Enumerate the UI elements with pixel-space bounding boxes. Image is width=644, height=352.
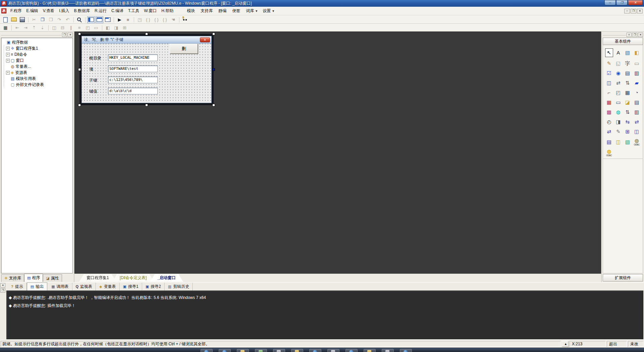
server-socket[interactable]: ⇄ (633, 119, 641, 125)
menu-item[interactable]: R.运行 (92, 7, 109, 15)
menu-item[interactable]: 设置▼ (260, 7, 277, 15)
panel-restore-button[interactable]: ❐ (632, 33, 637, 37)
taskbar-app[interactable] (345, 349, 358, 352)
text-field[interactable]: SOFTWARE\test (108, 65, 158, 72)
radio-button[interactable]: ◉ (614, 70, 622, 77)
menu-item[interactable]: E.编辑 (24, 7, 40, 15)
same-height[interactable]: ≡ (75, 25, 83, 31)
document-tab[interactable]: 窗口程序集1 (79, 274, 116, 282)
smart-find[interactable] (181, 16, 189, 23)
combo-box[interactable]: ▥ (633, 70, 641, 77)
separator[interactable] (132, 16, 135, 23)
step-out[interactable]: { } (161, 16, 169, 23)
taskbar-app[interactable] (327, 349, 339, 352)
pause[interactable]: ☚ (169, 16, 177, 23)
output-tab[interactable]: ▤ 输出 (27, 282, 47, 291)
h-scrollbar[interactable]: ⇄ (614, 80, 622, 86)
left-panel-tab[interactable]: ◪ 属性 (43, 274, 62, 282)
output-tab[interactable]: ▥ 剪辑历史 (165, 283, 193, 291)
odbc-source[interactable]: ◍ ODBC (605, 149, 613, 157)
undo[interactable]: ↶ (64, 16, 71, 23)
taskbar-app[interactable] (219, 349, 231, 352)
center-vertical[interactable]: ⊟ (59, 25, 66, 31)
save-file[interactable] (18, 16, 26, 23)
bring-to-front[interactable]: ◧ (104, 25, 112, 31)
document-tab[interactable]: _启动窗口 (150, 274, 183, 282)
text-field[interactable]: d:\a\b\c\d (108, 88, 158, 94)
tree-item[interactable]: ▣ 程序数据 (2, 39, 72, 45)
open-file[interactable] (10, 16, 18, 23)
panel-grab-bar[interactable] (603, 34, 626, 35)
pen-input[interactable]: ✎ (614, 128, 622, 135)
selection-handle[interactable] (78, 33, 81, 35)
taskbar-app[interactable] (291, 349, 303, 352)
ruler[interactable]: ⌐ (605, 89, 613, 96)
close-button[interactable]: ✕ (628, 0, 643, 5)
database-list[interactable]: ◫ (614, 138, 622, 146)
tree-item[interactable]: ◍ 常量表... (2, 63, 72, 70)
separator[interactable] (10, 25, 13, 31)
menu-item[interactable]: V.查看 (41, 7, 57, 15)
taskbar-app[interactable] (309, 349, 321, 352)
progress-bar[interactable]: ▰ (633, 80, 641, 86)
clock[interactable]: ◴ (605, 119, 613, 125)
tree-item[interactable]: + ▢ 窗口 (2, 57, 72, 63)
dir-browser[interactable]: ◪ (624, 99, 632, 106)
dialog-close-button[interactable]: ✕ (200, 37, 210, 42)
timer[interactable]: ◔ (633, 89, 641, 96)
tree-expand-box[interactable]: + (6, 71, 10, 75)
internet-box[interactable]: ◍ (614, 109, 622, 116)
align-top[interactable]: ⇡ (30, 25, 38, 31)
debug-window[interactable]: ◳ (136, 16, 144, 23)
align-left[interactable]: ⇤ (13, 25, 21, 31)
taskbar-app[interactable] (400, 349, 412, 352)
group-list[interactable]: ◫ (605, 80, 613, 86)
tree-expand-box[interactable]: + (6, 53, 10, 56)
output-restore-button[interactable]: ❐ (0, 288, 5, 293)
mdi-minimize-button[interactable]: ─ (624, 9, 630, 13)
minimize-button[interactable]: ─ (604, 0, 616, 5)
taskbar-app[interactable] (382, 349, 394, 352)
menu-item[interactable]: H.帮助 (159, 7, 176, 15)
separator[interactable] (47, 25, 50, 31)
tree-item[interactable]: + ◈ 资源表 (2, 70, 72, 76)
checkbox[interactable]: ☑ (605, 70, 613, 77)
month-calendar[interactable]: ▦ (605, 99, 613, 106)
client-socket[interactable]: ⇆ (624, 119, 632, 125)
basic-components-button[interactable]: 基本组件 (603, 38, 643, 45)
report-list[interactable]: ◫ (633, 128, 641, 135)
layout-split[interactable] (104, 16, 112, 23)
panel-restore-button[interactable]: ❐ (62, 33, 67, 37)
space-vertical[interactable]: ▭ (92, 25, 100, 31)
paste[interactable]: ❒ (47, 16, 55, 23)
panel-box[interactable]: ▭ (633, 60, 641, 67)
taskbar-app[interactable] (201, 349, 213, 352)
tree-expand-box[interactable]: + (6, 59, 10, 62)
output-tab[interactable]: ▣ 搜寻1 (120, 283, 142, 291)
menu-item[interactable]: 模块 (184, 7, 198, 15)
tab-control[interactable]: ◰ (614, 89, 622, 96)
odbc-pair[interactable]: ◍ ODBC (633, 138, 641, 146)
selection-handle[interactable] (212, 104, 215, 106)
tree-item[interactable]: + ❖ 窗口程序集1 (2, 45, 72, 51)
mdi-close-button[interactable]: ✕ (637, 9, 643, 13)
layout-top[interactable] (96, 16, 103, 23)
tree-item[interactable]: ▤ 模块引用表 (2, 76, 72, 82)
tree-expand-box[interactable]: + (6, 47, 10, 50)
tree-item[interactable]: + ≡ Dll命令 (2, 51, 72, 57)
animation-box[interactable]: ▦ (624, 89, 632, 96)
find[interactable] (75, 16, 83, 23)
menu-item[interactable]: I.插入 (57, 7, 72, 15)
step-over[interactable]: { } (153, 16, 160, 23)
printer[interactable]: ◨ (614, 119, 622, 125)
rich-edit[interactable]: ✎ (605, 60, 613, 67)
tip-scroll-up-button[interactable]: ▲ (562, 341, 569, 347)
new-file[interactable] (2, 16, 9, 23)
v-spinner[interactable]: ⇅ (624, 80, 632, 86)
run[interactable]: ▶ (116, 16, 123, 23)
dialog-button[interactable]: 删 (170, 44, 198, 54)
menu-item[interactable]: B.数据库 (72, 7, 92, 15)
selection-handle[interactable] (212, 68, 215, 71)
selection-handle[interactable] (212, 33, 215, 35)
left-panel-tab[interactable]: ❖ 支持库 (1, 274, 24, 282)
